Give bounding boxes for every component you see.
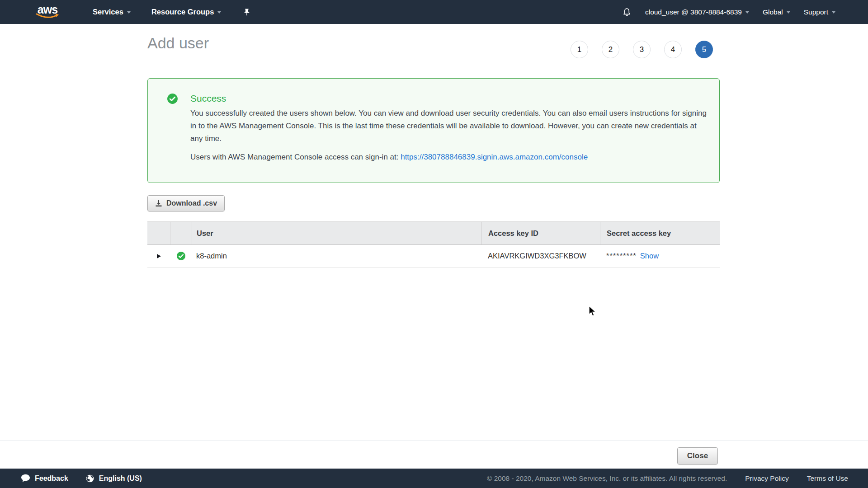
header-user: User — [192, 222, 481, 244]
success-message: You successfully created the users shown… — [190, 107, 708, 145]
copyright-text: © 2008 - 2020, Amazon Web Services, Inc.… — [487, 474, 727, 483]
download-csv-button[interactable]: Download .csv — [147, 195, 225, 211]
row-status-cell — [170, 245, 192, 267]
header-secret-access-key: Secret access key — [600, 222, 720, 244]
masked-secret: ********* — [606, 252, 637, 260]
language-selector[interactable]: English (US) — [85, 474, 142, 483]
row-success-check-icon — [176, 251, 186, 261]
footer-left-group: Feedback English (US) — [21, 474, 142, 483]
header-expand-column — [147, 222, 170, 244]
aws-logo[interactable]: aws — [33, 5, 62, 19]
table-row: k8-admin AKIAVRKGIWD3XG3FKBOW ********* … — [147, 245, 720, 267]
resource-groups-menu[interactable]: Resource Groups — [151, 8, 221, 16]
topnav-right-group: cloud_user @ 3807-8884-6839 Global Suppo… — [622, 7, 835, 17]
close-button[interactable]: Close — [677, 447, 718, 465]
console-signin-link[interactable]: https://380788846839.signin.aws.amazon.c… — [401, 153, 588, 161]
region-menu-label: Global — [763, 8, 783, 16]
action-bar-divider — [0, 441, 868, 441]
download-csv-label: Download .csv — [166, 199, 217, 207]
chevron-down-icon — [832, 11, 835, 14]
row-expand-cell — [147, 245, 170, 267]
top-navigation-bar: aws Services Resource Groups — [0, 0, 868, 24]
header-access-key-id: Access key ID — [481, 222, 600, 244]
row-secret-cell: ********* Show — [600, 245, 720, 267]
wizard-step-1[interactable]: 1 — [571, 41, 588, 58]
table-header-row: User Access key ID Secret access key — [147, 221, 720, 245]
success-alert: Success You successfully created the use… — [147, 78, 720, 183]
row-access-key-id: AKIAVRKGIWD3XG3FKBOW — [481, 245, 600, 267]
chevron-down-icon — [127, 11, 131, 14]
notifications-button[interactable] — [622, 7, 632, 17]
wizard-step-3[interactable]: 3 — [633, 41, 651, 58]
success-check-icon — [167, 93, 178, 104]
header-status-column — [170, 222, 192, 244]
privacy-policy-link[interactable]: Privacy Policy — [745, 474, 788, 483]
created-users-table: User Access key ID Secret access key k8-… — [147, 221, 720, 267]
wizard-step-4[interactable]: 4 — [664, 41, 682, 58]
chevron-down-icon — [745, 11, 749, 14]
feedback-button[interactable]: Feedback — [21, 474, 68, 483]
bell-icon — [622, 7, 632, 17]
signin-prefix: Users with AWS Management Console access… — [190, 153, 401, 161]
services-menu[interactable]: Services — [93, 8, 131, 16]
feedback-label: Feedback — [35, 474, 68, 483]
wizard-step-5-active[interactable]: 5 — [695, 41, 713, 58]
show-secret-link[interactable]: Show — [640, 252, 659, 260]
account-menu[interactable]: cloud_user @ 3807-8884-6839 — [645, 8, 749, 16]
resource-groups-menu-label: Resource Groups — [151, 8, 214, 16]
row-user-name: k8-admin — [192, 245, 481, 267]
feedback-bubble-icon — [21, 474, 30, 483]
chevron-down-icon — [787, 11, 790, 14]
language-label: English (US) — [99, 474, 142, 483]
support-menu-label: Support — [804, 8, 828, 16]
footer-right-group: © 2008 - 2020, Amazon Web Services, Inc.… — [487, 474, 848, 483]
support-menu[interactable]: Support — [804, 8, 835, 16]
download-icon — [155, 200, 162, 207]
account-menu-label: cloud_user @ 3807-8884-6839 — [645, 8, 742, 16]
region-menu[interactable]: Global — [763, 8, 790, 16]
terms-of-use-link[interactable]: Terms of Use — [807, 474, 848, 483]
mouse-cursor — [589, 305, 599, 317]
services-menu-label: Services — [93, 8, 123, 16]
globe-icon — [85, 474, 94, 483]
aws-console-page: aws Services Resource Groups — [0, 0, 868, 488]
success-heading: Success — [190, 93, 226, 104]
footer-bar: Feedback English (US) © 2008 - 2020, Ama… — [0, 469, 868, 488]
signin-line: Users with AWS Management Console access… — [190, 153, 588, 162]
pushpin-icon — [243, 8, 251, 16]
page-title: Add user — [147, 34, 209, 52]
chevron-down-icon — [217, 11, 221, 14]
expand-row-icon[interactable] — [157, 254, 161, 258]
wizard-step-2[interactable]: 2 — [602, 41, 619, 58]
pin-shortcut-button[interactable] — [243, 8, 251, 16]
wizard-step-indicator: 1 2 3 4 5 — [571, 41, 713, 58]
aws-logo-text: aws — [33, 5, 62, 14]
